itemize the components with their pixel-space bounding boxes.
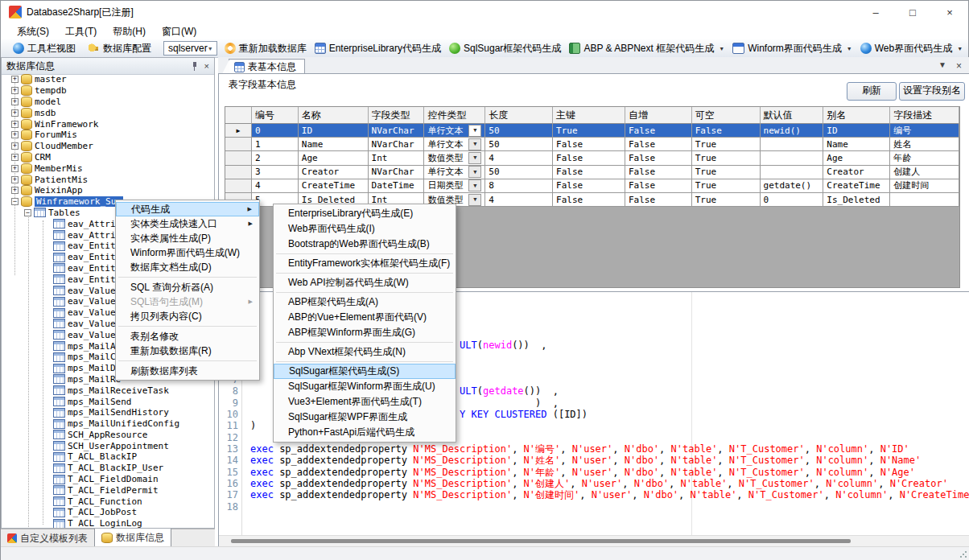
db-config-button[interactable]: 数据库配置 bbox=[85, 40, 155, 57]
cell-dropdown-button[interactable]: ▼ bbox=[468, 138, 481, 150]
grid-cell[interactable]: 单行文本▼ bbox=[424, 138, 485, 151]
tree-row[interactable]: T_ACL_BlackIP bbox=[2, 451, 213, 463]
grid-cell[interactable]: False bbox=[625, 151, 692, 165]
grid-cell[interactable]: 创建人 bbox=[890, 166, 959, 179]
tree-row[interactable]: SCH_AppResource bbox=[2, 430, 213, 441]
row-selector[interactable]: ▶ bbox=[225, 124, 252, 138]
grid-cell[interactable]: False bbox=[625, 193, 692, 207]
column-header[interactable]: 可空 bbox=[692, 107, 761, 124]
row-selector[interactable] bbox=[225, 179, 252, 193]
grid-cell[interactable]: True bbox=[553, 124, 625, 138]
grid-cell[interactable]: True bbox=[692, 151, 761, 165]
grid-cell[interactable]: False bbox=[625, 138, 692, 151]
column-header[interactable]: 长度 bbox=[485, 107, 553, 124]
database-type-select[interactable]: sqlserver ▼ bbox=[163, 41, 217, 56]
expand-icon[interactable]: + bbox=[11, 87, 19, 94]
tree-row[interactable]: T_ACL_BlackIP_User bbox=[2, 463, 213, 474]
grid-cell[interactable]: 年龄 bbox=[890, 151, 959, 165]
tree-row[interactable]: T_ACL_LoginLog bbox=[2, 518, 213, 528]
tab-close-icon[interactable]: × bbox=[956, 60, 962, 72]
grid-cell[interactable]: ID bbox=[823, 124, 890, 138]
tree-row[interactable]: +CRM bbox=[2, 152, 213, 163]
grid-cell[interactable]: True bbox=[692, 179, 761, 193]
tree-row[interactable]: +tempdb bbox=[2, 85, 213, 97]
menubar-item[interactable]: 帮助(H) bbox=[105, 23, 154, 40]
column-header[interactable]: 控件类型 bbox=[424, 107, 485, 124]
grid-cell[interactable]: 8 bbox=[485, 179, 553, 193]
grid-cell[interactable]: getdate() bbox=[761, 179, 824, 193]
column-header[interactable]: 字段描述 bbox=[890, 107, 959, 124]
grid-cell[interactable] bbox=[761, 166, 824, 179]
tree-row[interactable]: T_ACL_JobPost bbox=[2, 507, 213, 518]
grid-cell[interactable] bbox=[761, 138, 824, 151]
toolbar-view-button[interactable]: 工具栏视图 bbox=[9, 40, 80, 57]
grid-cell[interactable]: CreateTime bbox=[823, 179, 890, 193]
expand-icon[interactable]: + bbox=[11, 76, 19, 83]
grid-cell[interactable]: 4 bbox=[252, 179, 299, 193]
grid-cell[interactable]: False bbox=[553, 151, 625, 165]
column-header[interactable]: 自增 bbox=[625, 107, 692, 124]
winform-gen-button[interactable]: Winform界面代码生成 ▼ bbox=[728, 40, 856, 57]
column-header[interactable]: 别名 bbox=[823, 107, 890, 124]
grid-cell[interactable]: Creator bbox=[299, 166, 369, 179]
grid-cell[interactable]: 姓名 bbox=[890, 138, 959, 151]
grid-cell[interactable]: DateTime bbox=[369, 179, 425, 193]
grid-cell[interactable]: 1 bbox=[252, 138, 299, 151]
cell-dropdown-button[interactable]: ▼ bbox=[468, 194, 481, 206]
expand-icon[interactable]: + bbox=[11, 109, 19, 117]
column-header[interactable]: 编号 bbox=[252, 107, 299, 124]
grid-cell[interactable] bbox=[890, 193, 959, 207]
menubar-item[interactable]: 系统(S) bbox=[9, 23, 57, 40]
tree-row[interactable]: mps_MailSend bbox=[2, 396, 213, 407]
grid-cell[interactable]: True bbox=[692, 138, 761, 151]
column-header[interactable]: 名称 bbox=[299, 107, 369, 124]
grid-cell[interactable]: False bbox=[625, 179, 692, 193]
submenu-item[interactable]: Abp VNext框架代码生成(N) bbox=[274, 344, 456, 360]
grid-cell[interactable]: Age bbox=[823, 151, 890, 165]
tree-row[interactable]: +ForumMis bbox=[2, 130, 213, 141]
submenu-item[interactable]: EnterpriseLibrary代码生成(E) bbox=[274, 206, 456, 221]
grid-cell[interactable]: 0 bbox=[252, 124, 299, 138]
grid-cell[interactable]: 编号 bbox=[890, 124, 959, 138]
grid-cell[interactable]: True bbox=[692, 166, 761, 179]
expand-icon[interactable]: + bbox=[11, 98, 19, 105]
submenu-item[interactable]: Web API控制器代码生成(W) bbox=[274, 275, 456, 290]
tree-row[interactable]: +model bbox=[2, 97, 213, 108]
column-header[interactable]: 字段类型 bbox=[369, 107, 425, 124]
submenu-item[interactable]: ABP框架代码生成(A) bbox=[274, 294, 456, 310]
expand-icon[interactable]: + bbox=[11, 131, 19, 138]
grid-cell[interactable]: False bbox=[625, 124, 692, 138]
left-tab-template-list[interactable]: 自定义模板列表 bbox=[1, 529, 94, 547]
grid-cell[interactable]: 4 bbox=[485, 151, 553, 165]
grid-cell[interactable]: Name bbox=[299, 138, 369, 151]
chevron-down-icon[interactable]: ▼ bbox=[957, 46, 963, 51]
set-field-alias-button[interactable]: 设置字段别名 bbox=[899, 82, 965, 101]
panel-close-icon[interactable]: × bbox=[204, 61, 209, 71]
expand-icon[interactable]: + bbox=[11, 176, 19, 183]
grid-cell[interactable]: 创建时间 bbox=[890, 179, 959, 193]
grid-cell[interactable]: True bbox=[692, 193, 761, 207]
horizontal-scrollbar[interactable] bbox=[219, 535, 969, 547]
tree-row[interactable]: +WeixinApp bbox=[2, 185, 213, 196]
tab-list-chevron-icon[interactable]: ▼ bbox=[938, 60, 946, 72]
column-header[interactable]: 主键 bbox=[553, 107, 625, 124]
cell-dropdown-button[interactable]: ▼ bbox=[468, 179, 481, 191]
row-selector[interactable] bbox=[225, 166, 252, 179]
refresh-button[interactable]: 刷新 bbox=[847, 82, 897, 101]
collapse-icon[interactable]: − bbox=[24, 209, 31, 216]
expand-icon[interactable]: + bbox=[11, 142, 19, 150]
tree-row[interactable]: mps_MailReceiveTask bbox=[2, 385, 213, 396]
expand-icon[interactable]: + bbox=[11, 121, 19, 128]
context-menu-item[interactable]: 刷新数据库列表 bbox=[116, 364, 259, 378]
tree-row[interactable]: SCH_UserAppointment bbox=[2, 440, 213, 451]
minimize-button[interactable]: – bbox=[857, 1, 894, 23]
grid-cell[interactable]: False bbox=[553, 179, 625, 193]
grid-cell[interactable]: False bbox=[692, 124, 761, 138]
collapse-icon[interactable]: − bbox=[11, 198, 19, 205]
submenu-item[interactable]: SqlSugar框架代码生成(S) bbox=[274, 364, 456, 379]
menubar-item[interactable]: 窗口(W) bbox=[154, 23, 204, 40]
tree-row[interactable]: mps_MailSendHistory bbox=[2, 407, 213, 418]
tree-row[interactable]: +PatientMis bbox=[2, 174, 213, 185]
grid-cell[interactable]: 0 bbox=[761, 193, 824, 207]
left-tab-database-info[interactable]: 数据库信息 bbox=[94, 529, 171, 548]
